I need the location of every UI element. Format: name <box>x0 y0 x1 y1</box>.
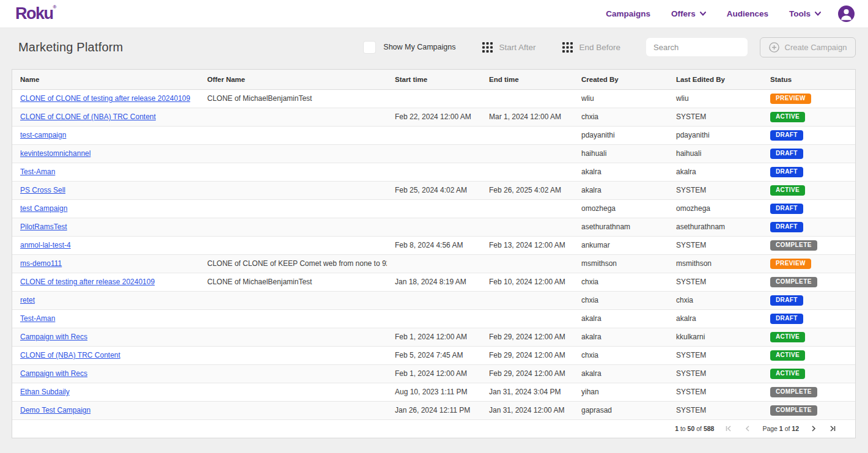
campaign-name-link[interactable]: PS Cross Sell <box>20 186 65 194</box>
end-time-cell: Feb 29, 2024 12:00 AM <box>481 364 573 383</box>
column-header-end-time: End time <box>481 70 573 89</box>
created-by-cell: akalra <box>573 163 668 181</box>
campaign-table-body: CLONE of CLONE of testing after release … <box>12 89 855 419</box>
grid-dots-icon <box>482 42 493 53</box>
offer-name-cell <box>199 163 387 181</box>
campaign-name-link[interactable]: Test-Aman <box>20 314 55 323</box>
column-header-created-by: Created By <box>573 70 668 89</box>
campaign-name-link[interactable]: anmol-lal-test-4 <box>20 241 71 249</box>
offer-name-cell: CLONE of MichaelBenjaminTest <box>199 273 387 291</box>
last-page-button[interactable] <box>828 424 837 433</box>
last-edited-by-cell: msmithson <box>668 254 762 273</box>
table-row: CLONE of (NBA) TRC Content Feb 5, 2024 7… <box>12 346 855 364</box>
table-row: Test-Aman akalra akalra DRAFT <box>12 309 855 328</box>
nav-item-tools[interactable]: Tools <box>789 9 821 18</box>
last-edited-by-cell: pdayanithi <box>668 126 762 144</box>
status-badge: ACTIVE <box>770 369 805 379</box>
created-by-cell: chxia <box>573 108 668 126</box>
end-time-cell <box>481 144 573 163</box>
show-my-campaigns-label[interactable]: Show My Campaigns <box>383 43 455 51</box>
campaign-name-link[interactable]: ms-demo111 <box>20 259 62 268</box>
last-edited-by-cell: SYSTEM <box>668 273 762 291</box>
search-input[interactable] <box>646 38 748 56</box>
chevron-down-icon <box>700 12 706 16</box>
offer-name-cell <box>199 108 387 126</box>
created-by-cell: haihuali <box>573 144 668 163</box>
campaign-name-link[interactable]: kevintestomnichannel <box>20 149 90 158</box>
campaign-name-link[interactable]: test Campaign <box>20 204 67 213</box>
status-badge: PREVIEW <box>770 259 811 269</box>
status-badge: COMPLETE <box>770 277 817 287</box>
end-time-cell: Feb 29, 2024 12:00 AM <box>481 346 573 364</box>
start-time-cell <box>387 291 481 309</box>
start-time-cell <box>387 254 481 273</box>
status-badge: ACTIVE <box>770 185 805 196</box>
last-edited-by-cell: kkulkarni <box>668 328 762 346</box>
last-edited-by-cell: SYSTEM <box>668 181 762 199</box>
column-header-status: Status <box>762 70 855 89</box>
campaign-name-link[interactable]: CLONE of CLONE of (NBA) TRC Content <box>20 112 156 121</box>
nav-item-offers[interactable]: Offers <box>671 9 706 18</box>
end-time-cell: Feb 13, 2024 12:00 AM <box>481 236 573 254</box>
campaign-name-link[interactable]: PilotRamsTest <box>20 223 67 231</box>
status-badge: PREVIEW <box>770 94 811 104</box>
start-time-cell: Aug 10, 2023 1:11 PM <box>387 383 481 401</box>
account-avatar[interactable] <box>838 6 855 22</box>
start-after-filter[interactable]: Start After <box>482 42 535 53</box>
campaign-name-link[interactable]: Test-Aman <box>20 168 55 176</box>
campaign-name-link[interactable]: test-campaign <box>20 131 66 139</box>
last-page-icon <box>829 425 836 432</box>
previous-page-button[interactable] <box>743 424 752 433</box>
status-badge: ACTIVE <box>770 332 805 342</box>
table-row: anmol-lal-test-4 Feb 8, 2024 4:56 AM Feb… <box>12 236 855 254</box>
campaign-name-link[interactable]: CLONE of (NBA) TRC Content <box>20 351 120 359</box>
first-page-button[interactable] <box>724 424 733 433</box>
end-time-cell: Feb 26, 2025 4:02 AM <box>481 181 573 199</box>
nav-item-audiences[interactable]: Audiences <box>727 9 768 18</box>
created-by-cell: msmithson <box>573 254 668 273</box>
created-by-cell: pdayanithi <box>573 126 668 144</box>
chevron-down-icon <box>815 12 821 16</box>
end-time-cell: Feb 10, 2024 12:00 AM <box>481 273 573 291</box>
created-by-cell: akalra <box>573 181 668 199</box>
pagination-bar: 1 to 50 of 588 Page 1 of 12 <box>12 420 855 438</box>
start-time-cell: Feb 5, 2024 7:45 AM <box>387 346 481 364</box>
last-edited-by-cell: SYSTEM <box>668 401 762 419</box>
end-time-cell <box>481 218 573 236</box>
column-header-start-time: Start time <box>387 70 481 89</box>
offer-name-cell <box>199 401 387 419</box>
last-edited-by-cell: chxia <box>668 291 762 309</box>
column-header-offer-name: Offer Name <box>199 70 387 89</box>
campaign-name-link[interactable]: retet <box>20 296 35 304</box>
created-by-cell: akalra <box>573 309 668 328</box>
offer-name-cell <box>199 346 387 364</box>
campaign-name-link[interactable]: Campaign with Recs <box>20 369 87 378</box>
table-row: Campaign with Recs Feb 1, 2024 12:00 AM … <box>12 328 855 346</box>
start-time-cell <box>387 89 481 108</box>
end-time-cell <box>481 199 573 218</box>
chevron-right-icon <box>810 425 817 432</box>
end-before-label: End Before <box>579 43 620 52</box>
start-time-cell: Feb 22, 2024 12:00 AM <box>387 108 481 126</box>
campaign-name-link[interactable]: Demo Test Campaign <box>20 406 90 414</box>
last-edited-by-cell: SYSTEM <box>668 383 762 401</box>
status-badge: DRAFT <box>770 222 803 232</box>
campaign-name-link[interactable]: Ethan Subdaily <box>20 388 70 396</box>
table-row: Campaign with Recs Feb 1, 2024 12:00 AM … <box>12 364 855 383</box>
status-badge: ACTIVE <box>770 350 805 361</box>
next-page-button[interactable] <box>809 424 818 433</box>
roku-logo[interactable]: Roku® <box>15 4 56 23</box>
offer-name-cell <box>199 291 387 309</box>
end-before-filter[interactable]: End Before <box>562 42 620 53</box>
nav-item-campaigns[interactable]: Campaigns <box>606 9 650 18</box>
campaign-name-link[interactable]: Campaign with Recs <box>20 333 87 341</box>
column-header-name: Name <box>12 70 199 89</box>
offer-name-cell: CLONE of CLONE of KEEP Comet web from no… <box>199 254 387 273</box>
offer-name-cell <box>199 236 387 254</box>
campaign-name-link[interactable]: CLONE of testing after release 20240109 <box>20 278 155 286</box>
create-campaign-button[interactable]: Create Campaign <box>760 37 856 57</box>
last-edited-by-cell: haihuali <box>668 144 762 163</box>
page-toolbar: Marketing Platform Show My Campaigns Sta… <box>0 35 868 59</box>
campaign-name-link[interactable]: CLONE of CLONE of testing after release … <box>20 94 190 103</box>
show-my-campaigns-checkbox[interactable] <box>363 41 376 54</box>
